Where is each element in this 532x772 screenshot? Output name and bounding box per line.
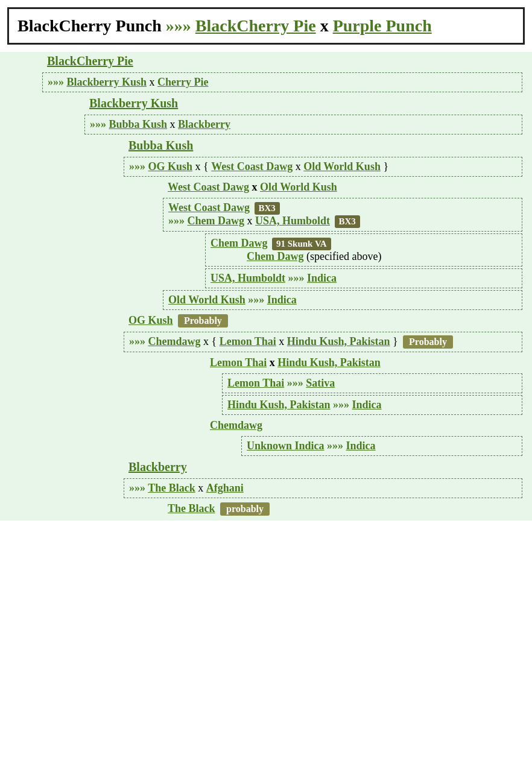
- west-coast-dawg-link-1[interactable]: West Coast Dawg: [211, 160, 293, 172]
- og-kush-badge: Probably: [178, 314, 228, 327]
- blackberry-parents: »»» The Black x Afghani: [124, 478, 522, 498]
- usa-humboldt-link-2[interactable]: USA, Humboldt: [211, 272, 285, 284]
- west-coast-dawg-link-2[interactable]: West Coast Dawg: [168, 181, 249, 193]
- wcd-x: x: [247, 215, 256, 227]
- hk-arrows: »»»: [333, 399, 352, 411]
- lemon-thai-box: Lemon Thai »»» Sativa: [222, 373, 522, 393]
- og-kush-parents: »»» Chemdawg x { Lemon Thai x Hindu Kush…: [124, 332, 522, 352]
- usa-humboldt-box: USA, Humboldt »»» Indica: [205, 268, 522, 288]
- chem-dawg-link-1[interactable]: Chem Dawg: [188, 215, 245, 227]
- bubba-kush-link-2[interactable]: Bubba Kush: [128, 139, 193, 152]
- blackberry-kush-link-2[interactable]: Blackberry Kush: [89, 96, 178, 110]
- cd-sub-text: (specified above): [306, 250, 381, 262]
- buk-arrows: »»»: [129, 160, 148, 172]
- sativa-link-1[interactable]: Sativa: [306, 377, 335, 389]
- the-black-badge: probably: [220, 502, 270, 516]
- og-kush-link-1[interactable]: OG Kush: [148, 160, 193, 172]
- chemdawg-sub-box: Unknown Indica »»» Indica: [241, 436, 522, 456]
- ogk-badge: Probably: [403, 335, 453, 349]
- chemdawg-link-2[interactable]: Chemdawg: [210, 419, 262, 431]
- ogk-x: x {: [203, 335, 217, 347]
- wcd-parents-row: »»» Chem Dawg x USA, Humboldt BX3: [168, 215, 517, 228]
- lt-arrows: »»»: [287, 377, 306, 389]
- blackcherry-pie-header: BlackCherry Pie: [42, 52, 532, 71]
- owk-arrows: »»»: [248, 294, 267, 306]
- chemdawg-header: Chemdawg: [205, 417, 532, 434]
- hindu-kush-box: Hindu Kush, Pakistan »»» Indica: [222, 395, 522, 415]
- lthk-x: x: [270, 356, 278, 369]
- old-world-kush-link-1[interactable]: Old World Kush: [303, 160, 381, 172]
- og-kush-header: OG Kush Probably: [124, 312, 532, 330]
- cherry-pie-link[interactable]: Cherry Pie: [157, 76, 208, 88]
- west-coast-dawg-link-3[interactable]: West Coast Dawg: [168, 201, 250, 214]
- blackberry-header: Blackberry: [124, 458, 532, 476]
- root-arrows: »»»: [166, 16, 195, 35]
- the-black-link-2[interactable]: The Black: [168, 502, 215, 514]
- wcd-name-row: West Coast Dawg BX3: [168, 201, 517, 215]
- ui-arrows: »»»: [327, 440, 346, 452]
- wcd-badge: BX3: [255, 202, 280, 215]
- indica-link-3[interactable]: Indica: [352, 399, 382, 411]
- bb-x: x: [198, 482, 206, 494]
- cd-badge: 91 Skunk VA: [272, 238, 331, 250]
- afghani-link-1[interactable]: Afghani: [206, 482, 244, 494]
- buk-close: }: [383, 160, 388, 172]
- lemon-thai-link-3[interactable]: Lemon Thai: [227, 377, 284, 389]
- blackcherry-pie-link[interactable]: BlackCherry Pie: [47, 54, 133, 68]
- wcdxowk-x: x: [252, 181, 261, 193]
- wcd-arrows: »»»: [168, 215, 188, 227]
- root-link-blackcherry-pie[interactable]: BlackCherry Pie: [195, 16, 316, 35]
- blackberry-kush-link-1[interactable]: Blackberry Kush: [67, 76, 147, 88]
- chem-dawg-box: Chem Dawg 91 Skunk VA Chem Dawg (specifi…: [205, 233, 522, 267]
- ogk-arrows: »»»: [129, 335, 148, 347]
- og-kush-link-2[interactable]: OG Kush: [128, 314, 173, 326]
- wcd-badge2: BX3: [335, 215, 360, 228]
- blackberry-kush-parents: »»» Bubba Kush x Blackberry: [84, 115, 522, 134]
- hindu-kush-link-2[interactable]: Hindu Kush, Pakistan: [277, 356, 381, 369]
- bubba-kush-header: Bubba Kush: [124, 136, 532, 155]
- lemon-thai-x-hindu-header: Lemon Thai x Hindu Kush, Pakistan: [205, 354, 532, 372]
- blackcherry-pie-parents: »»» Blackberry Kush x Cherry Pie: [42, 72, 522, 92]
- root-x1: x: [320, 16, 333, 35]
- bb-arrows: »»»: [129, 482, 148, 494]
- uh-arrows: »»»: [288, 272, 308, 284]
- usa-humboldt-link-1[interactable]: USA, Humboldt: [255, 215, 330, 227]
- blackberry-kush-header: Blackberry Kush: [84, 94, 532, 113]
- chemdawg-link-1[interactable]: Chemdawg: [148, 335, 201, 347]
- lemon-thai-link-1[interactable]: Lemon Thai: [220, 335, 276, 347]
- root-title: BlackCherry Punch »»» BlackCherry Pie x …: [17, 15, 515, 37]
- chem-dawg-link-3[interactable]: Chem Dawg: [247, 250, 304, 262]
- hindu-kush-link-1[interactable]: Hindu Kush, Pakistan: [287, 335, 390, 347]
- ogk-x2: x: [279, 335, 287, 347]
- cd-name-row: Chem Dawg 91 Skunk VA: [211, 237, 517, 250]
- root-link-purple-punch[interactable]: Purple Punch: [333, 16, 432, 35]
- west-coast-dawg-box: West Coast Dawg BX3 »»» Chem Dawg x USA,…: [163, 198, 522, 232]
- ogk-close: }: [393, 335, 398, 347]
- the-black-header: The Black probably: [163, 500, 532, 518]
- buk-x: x {: [195, 160, 209, 172]
- bcp-arrows: »»»: [48, 76, 67, 88]
- wcdxowk-header: West Coast Dawg x Old World Kush: [163, 179, 532, 196]
- bcp-x: x: [150, 76, 158, 88]
- blackberry-link-2[interactable]: Blackberry: [128, 460, 187, 473]
- unknown-indica-link[interactable]: Unknown Indica: [247, 440, 325, 452]
- hindu-kush-link-3[interactable]: Hindu Kush, Pakistan: [227, 399, 331, 411]
- root-box: BlackCherry Punch »»» BlackCherry Pie x …: [7, 7, 525, 45]
- indica-link-2[interactable]: Indica: [267, 294, 297, 306]
- buk-x2: x: [296, 160, 304, 172]
- old-world-kush-link-2[interactable]: Old World Kush: [260, 181, 337, 193]
- bubba-kush-link-1[interactable]: Bubba Kush: [109, 118, 168, 130]
- cd-sub-row: Chem Dawg (specified above): [211, 250, 517, 263]
- bubba-kush-parents: »»» OG Kush x { West Coast Dawg x Old Wo…: [124, 157, 522, 177]
- bk-arrows: »»»: [90, 118, 109, 130]
- old-world-kush-box: Old World Kush »»» Indica: [163, 290, 522, 310]
- lemon-thai-link-2[interactable]: Lemon Thai: [210, 356, 267, 369]
- bk-x: x: [170, 118, 179, 130]
- blackberry-link-1[interactable]: Blackberry: [178, 118, 230, 130]
- old-world-kush-link-3[interactable]: Old World Kush: [168, 294, 245, 306]
- tree-outer: BlackCherry Pie »»» Blackberry Kush x Ch…: [0, 52, 532, 520]
- indica-link-1[interactable]: Indica: [307, 272, 337, 284]
- chem-dawg-link-2[interactable]: Chem Dawg: [211, 237, 268, 249]
- the-black-link-1[interactable]: The Black: [148, 482, 195, 494]
- indica-link-4[interactable]: Indica: [346, 440, 376, 452]
